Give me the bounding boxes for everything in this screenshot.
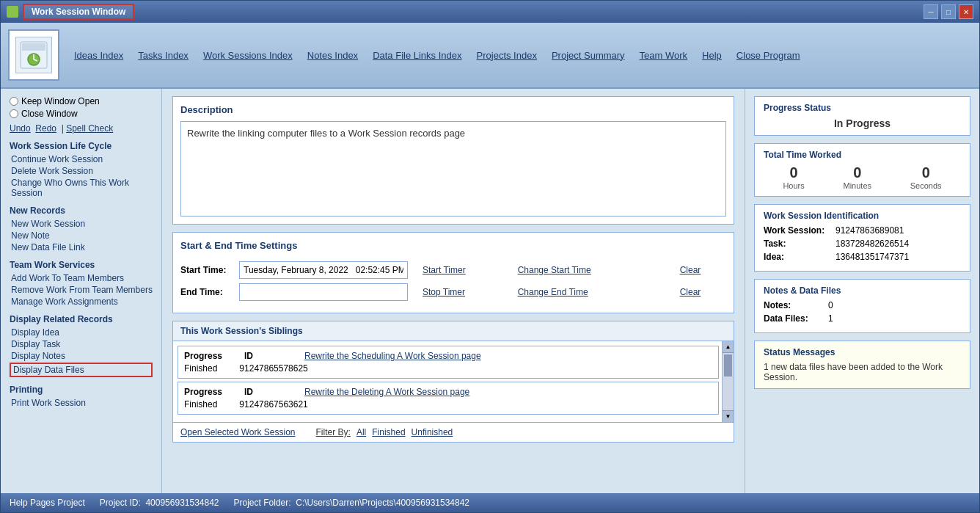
nav-team-work[interactable]: Team Work bbox=[640, 50, 688, 61]
hours-unit: 0 Hours bbox=[783, 164, 804, 190]
filter-unfinished-link[interactable]: Unfinished bbox=[412, 427, 453, 437]
start-timer-button[interactable]: Start Timer bbox=[423, 265, 466, 275]
maximize-button[interactable]: □ bbox=[941, 4, 956, 19]
change-end-time-button[interactable]: Change End Time bbox=[518, 287, 588, 297]
sibling-desc-0: Rewrite the Scheduling A Work Session pa… bbox=[304, 351, 481, 361]
work-session-lifecycle-label: Work Session Life Cycle bbox=[10, 141, 153, 151]
new-data-file-link-link[interactable]: New Data File Link bbox=[10, 242, 153, 252]
delete-work-session-link[interactable]: Delete Work Session bbox=[10, 166, 153, 176]
work-session-id-row: Work Session: 91247863689081 bbox=[764, 225, 961, 236]
filter-all-link[interactable]: All bbox=[356, 427, 366, 437]
sibling-item-1: Progress ID Rewrite the Deleting A Work … bbox=[178, 382, 719, 415]
sibling-id-col-0: ID bbox=[244, 351, 253, 361]
navbar-links: Ideas Index Tasks Index Work Sessions In… bbox=[74, 50, 800, 61]
status-message-text: 1 new data files have been added to the … bbox=[764, 362, 961, 382]
progress-status-label: Progress Status bbox=[764, 103, 961, 113]
nav-help[interactable]: Help bbox=[702, 50, 722, 61]
in-progress-value: In Progress bbox=[764, 117, 961, 129]
nav-projects-index[interactable]: Projects Index bbox=[477, 50, 537, 61]
keep-window-open-option[interactable]: Keep Window Open bbox=[10, 96, 153, 106]
main-window: Work Session Window ─ □ ✕ Ideas Index Ta… bbox=[0, 0, 980, 513]
start-time-input[interactable] bbox=[239, 261, 408, 279]
identification-box: Work Session Identification Work Session… bbox=[754, 204, 970, 272]
close-button[interactable]: ✕ bbox=[959, 4, 973, 19]
display-notes-link[interactable]: Display Notes bbox=[10, 351, 153, 361]
keep-window-radio[interactable] bbox=[10, 97, 18, 106]
minimize-button[interactable]: ─ bbox=[924, 4, 938, 19]
end-time-input[interactable] bbox=[239, 283, 408, 301]
scroll-down-btn[interactable]: ▼ bbox=[723, 410, 734, 422]
close-window-label: Close Window bbox=[21, 109, 78, 119]
total-time-box: Total Time Worked 0 Hours 0 Minutes 0 Se… bbox=[754, 143, 970, 197]
display-data-files-link[interactable]: Display Data Files bbox=[10, 363, 153, 377]
nav-data-file-links-index[interactable]: Data File Links Index bbox=[373, 50, 461, 61]
statusbar-project-folder: Project Folder: C:\Users\Darren\Projects… bbox=[234, 498, 470, 508]
redo-link[interactable]: Redo bbox=[35, 123, 56, 134]
scroll-track bbox=[723, 353, 734, 410]
change-who-owns-link[interactable]: Change Who Owns This Work Session bbox=[10, 178, 153, 198]
idea-id-label: Idea: bbox=[764, 252, 830, 262]
display-task-link[interactable]: Display Task bbox=[10, 339, 153, 349]
change-start-time-button[interactable]: Change Start Time bbox=[518, 265, 591, 275]
siblings-footer: Open Selected Work Session Filter By: Al… bbox=[173, 422, 734, 442]
idea-id-value: 136481351747371 bbox=[835, 252, 909, 262]
total-time-label: Total Time Worked bbox=[764, 150, 961, 160]
keep-window-label: Keep Window Open bbox=[21, 96, 100, 106]
new-work-session-link[interactable]: New Work Session bbox=[10, 219, 153, 229]
nav-work-sessions-index[interactable]: Work Sessions Index bbox=[203, 50, 293, 61]
idea-id-row: Idea: 136481351747371 bbox=[764, 252, 961, 262]
task-id-row: Task: 183728482626514 bbox=[764, 239, 961, 249]
clear-start-button[interactable]: Clear bbox=[680, 265, 701, 275]
status-messages-label: Status Messages bbox=[764, 347, 961, 357]
start-time-row: Start Time: Start Timer Change Start Tim… bbox=[180, 261, 726, 279]
notes-value: 0 bbox=[828, 300, 833, 310]
clear-end-button[interactable]: Clear bbox=[680, 287, 701, 297]
nav-ideas-index[interactable]: Ideas Index bbox=[74, 50, 123, 61]
add-work-to-team-link[interactable]: Add Work To Team Members bbox=[10, 273, 153, 283]
remove-work-from-team-link[interactable]: Remove Work From Team Members bbox=[10, 285, 153, 295]
sibling-id-0: 91247865578625 bbox=[239, 363, 307, 374]
nav-tasks-index[interactable]: Tasks Index bbox=[138, 50, 189, 61]
description-header: Description bbox=[180, 104, 726, 115]
scroll-thumb[interactable] bbox=[724, 354, 732, 376]
siblings-section: This Work Session's Siblings Progress ID… bbox=[172, 321, 734, 443]
nav-notes-index[interactable]: Notes Index bbox=[307, 50, 358, 61]
statusbar-folder-label: Project Folder: bbox=[234, 498, 291, 508]
work-session-id-label: Work Session: bbox=[764, 225, 830, 236]
statusbar-project-id-label: Project ID: bbox=[100, 498, 141, 508]
titlebar: Work Session Window ─ □ ✕ bbox=[1, 1, 979, 23]
printing-label: Printing bbox=[10, 385, 153, 395]
data-files-label: Data Files: bbox=[764, 313, 822, 324]
scroll-up-btn[interactable]: ▲ bbox=[723, 341, 734, 353]
undo-link[interactable]: Undo bbox=[10, 123, 31, 134]
siblings-scrollbar[interactable]: ▲ ▼ bbox=[722, 341, 734, 422]
continue-work-session-link[interactable]: Continue Work Session bbox=[10, 154, 153, 164]
time-settings-header: Start & End Time Settings bbox=[180, 240, 726, 251]
window-title: Work Session Window bbox=[23, 4, 134, 20]
left-panel: Keep Window Open Close Window Undo Redo … bbox=[1, 89, 162, 493]
titlebar-left: Work Session Window bbox=[7, 4, 134, 20]
manage-work-assignments-link[interactable]: Manage Work Assignments bbox=[10, 296, 153, 307]
data-files-row: Data Files: 1 bbox=[764, 313, 961, 324]
spell-check-link[interactable]: Spell Check bbox=[66, 123, 113, 134]
description-section: Description Rewrite the linking computer… bbox=[172, 96, 734, 225]
display-related-label: Display Related Records bbox=[10, 314, 153, 324]
minutes-value: 0 bbox=[843, 164, 871, 181]
right-panel: Progress Status In Progress Total Time W… bbox=[745, 89, 979, 493]
navbar: Ideas Index Tasks Index Work Sessions In… bbox=[1, 23, 979, 89]
new-note-link[interactable]: New Note bbox=[10, 230, 153, 241]
open-selected-link[interactable]: Open Selected Work Session bbox=[180, 427, 296, 437]
display-idea-link[interactable]: Display Idea bbox=[10, 327, 153, 338]
print-work-session-link[interactable]: Print Work Session bbox=[10, 398, 153, 408]
hours-value: 0 bbox=[783, 164, 804, 181]
nav-project-summary[interactable]: Project Summary bbox=[552, 50, 625, 61]
stop-timer-button[interactable]: Stop Timer bbox=[423, 287, 465, 297]
close-window-option[interactable]: Close Window bbox=[10, 109, 153, 119]
close-window-radio[interactable] bbox=[10, 109, 18, 118]
notes-label: Notes: bbox=[764, 300, 822, 310]
nav-close-program[interactable]: Close Program bbox=[736, 50, 800, 61]
app-logo bbox=[8, 29, 59, 81]
seconds-label: Seconds bbox=[910, 181, 942, 190]
description-text: Rewrite the linking computer files to a … bbox=[180, 121, 726, 217]
filter-finished-link[interactable]: Finished bbox=[372, 427, 405, 437]
